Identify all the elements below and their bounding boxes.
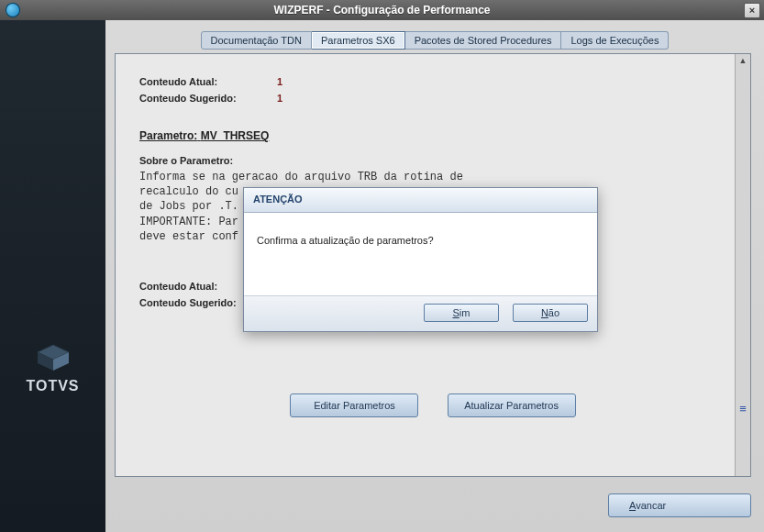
avancar-button[interactable]: Avancar (608, 493, 751, 517)
parametro-name: MV_THRSEQ (201, 129, 270, 142)
tab-stored-procedures[interactable]: Pacotes de Stored Procedures (405, 31, 562, 50)
conteudo-sugerido-value: 1 (277, 93, 282, 104)
conteudo-atual-value: 1 (277, 76, 282, 87)
conteudo-sugerido-label: Conteudo Sugerido: (139, 93, 277, 104)
scroll-indicator-icon[interactable]: ≡ (736, 403, 750, 416)
titlebar: WIZPERF - Configuração de Performance × (0, 0, 764, 20)
editar-parametros-button[interactable]: Editar Parametros (290, 393, 418, 417)
dialog-footer: Sim Não (244, 295, 597, 331)
cube-icon (34, 343, 72, 372)
dialog-message: Confirma a atualização de parametros? (244, 213, 597, 295)
no-label: ão (548, 307, 559, 318)
scrollbar[interactable]: ▲ ≡ (735, 54, 750, 476)
conteudo-atual-row: Conteudo Atual: 1 (139, 76, 726, 87)
tab-logs-execucoes[interactable]: Logs de Execuções (561, 31, 669, 50)
yes-label: im (460, 307, 471, 318)
conteudo-sugerido-row: Conteudo Sugerido: 1 (139, 93, 726, 104)
confirm-dialog: ATENÇÃO Confirma a atualização de parame… (243, 187, 598, 332)
close-icon[interactable]: × (744, 3, 760, 18)
tab-bar: Documentação TDN Parametros SX6 Pacotes … (105, 31, 764, 50)
sobre-label: Sobre o Parametro: (139, 155, 726, 166)
conteudo-atual-label: Conteudo Atual: (139, 76, 277, 87)
parametro-prefix: Parametro: (139, 129, 197, 142)
scroll-up-icon[interactable]: ▲ (736, 54, 750, 67)
app-window: WIZPERF - Configuração de Performance × … (0, 0, 764, 532)
dialog-yes-button[interactable]: Sim (424, 304, 499, 322)
no-hotkey: N (541, 307, 548, 318)
dialog-no-button[interactable]: Não (513, 304, 588, 322)
tab-documentacao-tdn[interactable]: Documentação TDN (201, 31, 312, 50)
dialog-title: ATENÇÃO (244, 188, 597, 213)
brand-logo: TOTVS (0, 343, 105, 394)
avancar-label: vancar (636, 500, 666, 511)
atualizar-parametros-button[interactable]: Atualizar Parametros (448, 393, 576, 417)
parametro-heading: Parametro: MV_THRSEQ (139, 129, 726, 142)
brand-text: TOTVS (0, 378, 105, 394)
panel-actions: Editar Parametros Atualizar Parametros (116, 393, 750, 417)
window-title: WIZPERF - Configuração de Performance (0, 4, 764, 17)
yes-hotkey: S (452, 307, 459, 318)
tab-parametros-sx6[interactable]: Parametros SX6 (312, 31, 405, 50)
sidebar: TOTVS (0, 20, 105, 532)
